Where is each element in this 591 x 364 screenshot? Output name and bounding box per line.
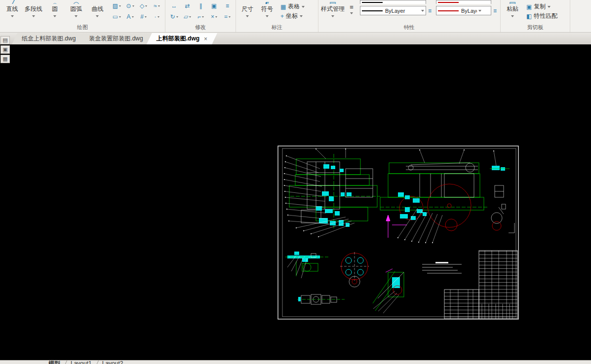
coordinate-button[interactable]: + 坐标 xyxy=(278,11,307,21)
chevron-down-icon xyxy=(53,15,56,17)
grid-icon: # xyxy=(140,14,144,20)
revision-cloud-icon: ≈ xyxy=(154,3,157,9)
side-view xyxy=(380,163,489,238)
side-tool-palette-button[interactable]: ▤ xyxy=(0,36,10,44)
hamburger-icon: ≡ xyxy=(350,4,354,10)
copy-button[interactable]: ▣ 复制 xyxy=(524,2,559,11)
polygon-icon: ◇ xyxy=(140,3,144,9)
draw-extra-tool-3[interactable]: ⊙ xyxy=(123,0,137,11)
polyline-icon: ⌐ xyxy=(23,0,44,4)
linetype-value: ByLayer xyxy=(385,8,420,14)
layer-combo-cut[interactable] xyxy=(360,0,426,4)
chevron-down-icon xyxy=(176,16,178,18)
color-preview xyxy=(438,2,459,3)
rotate-icon: ↻ xyxy=(170,14,175,20)
polyline-button[interactable]: ⌐ 多段线 xyxy=(23,0,44,17)
blocks-icon: ▣ xyxy=(2,46,7,53)
trim-icon: ⌐ xyxy=(197,14,201,20)
array-tool[interactable]: ∥ xyxy=(194,0,207,11)
panel-clipboard: ▤ 粘贴 ▣ 复制 ◧ 特性匹配 剪切板 xyxy=(501,0,570,32)
layout-tab-model[interactable]: 模型 xyxy=(43,361,65,364)
line-button[interactable]: ╱ 直线 xyxy=(1,0,23,17)
file-tab-bar: 纸盒上料部装图.dwg 装盒装置部装图.dwg 上料部装图.dwg × xyxy=(0,33,591,44)
detail-view-bottom-left xyxy=(285,252,330,276)
panel-properties: ▤ 样式管理 ≡ ByLayer xyxy=(318,0,501,32)
mirror-tool[interactable]: ⇄ xyxy=(181,0,194,11)
arc-button[interactable]: ◠ 圆弧 xyxy=(66,0,87,17)
draw-extra-tool-6[interactable]: # xyxy=(137,11,150,22)
left-toolbar: ▤ ▣ ▦ xyxy=(0,36,10,63)
chevron-down-icon xyxy=(302,6,305,8)
circle-button[interactable]: ○ 圆 xyxy=(44,0,65,17)
file-tab-1-label: 纸盒上料部装图.dwg xyxy=(22,35,76,43)
symbol-button[interactable]: ¶ 符号 xyxy=(257,0,277,17)
side-tool-blocks-button[interactable]: ▣ xyxy=(0,45,10,54)
erase-tool[interactable]: × xyxy=(207,11,221,22)
scale-tool[interactable]: ▣ xyxy=(207,0,221,11)
modify-tools: ↔ ↻ ⇄ ▱ ∥ ⌐ ▣ × ≡ = xyxy=(167,0,234,22)
point-icon: · xyxy=(155,14,157,20)
color-combo-cut[interactable] xyxy=(436,0,491,4)
dimension-button[interactable]: ↔ 尺寸 xyxy=(237,0,257,17)
chevron-down-icon xyxy=(350,12,353,14)
array-icon: ∥ xyxy=(199,3,202,9)
file-tab-1[interactable]: 纸盒上料部装图.dwg xyxy=(12,33,85,44)
style-manager-button[interactable]: ▤ 样式管理 xyxy=(320,0,346,17)
layout-tab-layout2[interactable]: Layout2 xyxy=(97,361,128,364)
file-tab-3-active[interactable]: 上料部装图.dwg × xyxy=(147,33,217,44)
draw-extra-tool-8[interactable]: · xyxy=(150,11,163,22)
panel-annotate-body: ↔ 尺寸 ¶ 符号 ▦ 表格 + 坐 xyxy=(236,0,318,24)
spline-button[interactable]: ~ 曲线 xyxy=(87,0,108,17)
linetype-combo[interactable]: ByLayer xyxy=(360,6,426,15)
side-tool-layers-button[interactable]: ▦ xyxy=(0,55,10,63)
color-combo[interactable]: ByLayer xyxy=(436,6,491,15)
chute-detail-view xyxy=(373,269,404,311)
palette-icon: ▤ xyxy=(2,37,7,43)
chevron-down-icon xyxy=(189,16,191,18)
chevron-down-icon xyxy=(132,5,134,7)
draw-extra-tool-4[interactable]: A xyxy=(123,11,137,22)
draw-extra-tool-2[interactable]: ▭ xyxy=(110,11,123,22)
arc-label: 圆弧 xyxy=(70,5,82,13)
dimension-icon: ↔ xyxy=(237,0,257,4)
explode-tool[interactable]: ≡ xyxy=(221,0,234,11)
panel-clipboard-body: ▤ 粘贴 ▣ 复制 ◧ 特性匹配 xyxy=(501,0,570,24)
draw-extra-tool-7[interactable]: ≈ xyxy=(150,0,163,11)
fillet-tool[interactable]: = xyxy=(221,11,234,22)
offset-tool[interactable]: ▱ xyxy=(181,11,194,22)
hatch-icon: ▨ xyxy=(113,3,118,9)
move-tool[interactable]: ↔ xyxy=(167,0,181,11)
assembly-drawing xyxy=(0,44,591,360)
rectangle-icon: ▭ xyxy=(113,14,118,20)
layer-list-button[interactable]: ≡ xyxy=(346,0,357,14)
file-tab-2-label: 装盒装置部装图.dwg xyxy=(89,35,143,43)
coordinate-icon: + xyxy=(280,13,284,20)
panel-label-modify: 修改 xyxy=(165,24,236,32)
paste-button[interactable]: ▤ 粘贴 xyxy=(502,0,523,17)
draw-extra-tool-1[interactable]: ▨ xyxy=(110,0,123,11)
close-tab-icon[interactable]: × xyxy=(204,36,207,42)
clipboard-stack: ▣ 复制 ◧ 特性匹配 xyxy=(524,0,559,21)
draw-extra-tool-5[interactable]: ◇ xyxy=(137,0,150,11)
copy-icon: ▣ xyxy=(526,3,532,10)
drawing-canvas[interactable] xyxy=(0,44,591,360)
color-preview xyxy=(438,10,459,11)
fillet-icon: = xyxy=(224,14,228,20)
match-properties-button[interactable]: ◧ 特性匹配 xyxy=(524,11,559,21)
paste-icon: ▤ xyxy=(502,0,523,4)
trim-tool[interactable]: ⌐ xyxy=(194,11,207,22)
move-icon: ↔ xyxy=(171,3,177,9)
file-tab-2[interactable]: 装盒装置部装图.dwg xyxy=(79,33,153,44)
lineweight-button[interactable]: ≡ xyxy=(426,7,433,15)
linetype-preview xyxy=(362,10,383,11)
table-button[interactable]: ▦ 表格 xyxy=(278,2,307,11)
rotate-tool[interactable]: ↻ xyxy=(167,11,181,22)
annotate-stack: ▦ 表格 + 坐标 xyxy=(278,0,307,21)
panel-draw-body: ╱ 直线 ⌐ 多段线 ○ 圆 ◠ 圆弧 xyxy=(0,0,165,24)
color-value: ByLayer xyxy=(461,8,477,14)
symbol-icon: ¶ xyxy=(257,0,277,4)
lineweight-button-2[interactable]: ≡ xyxy=(491,7,499,15)
layout-tab-layout1[interactable]: Layout1 xyxy=(66,361,97,364)
scale-lines xyxy=(422,262,462,273)
line-label: 直线 xyxy=(6,5,18,13)
